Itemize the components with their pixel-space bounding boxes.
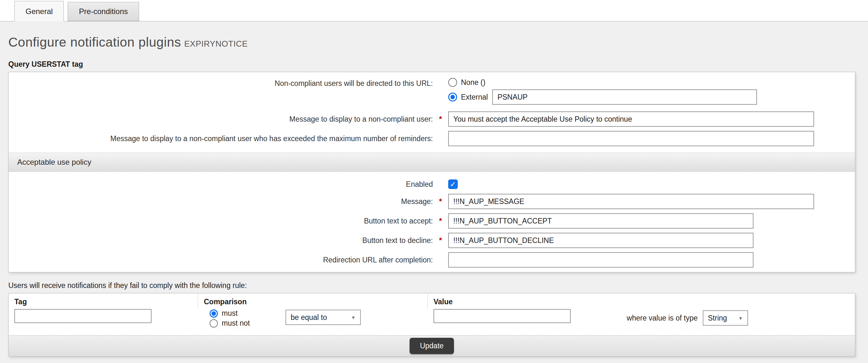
page-title-text: Configure notification plugins (8, 35, 181, 50)
url-redirect-label: Non-compliant users will be directed to … (9, 78, 433, 89)
tab-pre-conditions-label: Pre-conditions (79, 7, 128, 16)
url-none-label: None () (461, 78, 486, 87)
rule-table-header: Tag Comparison Value (9, 294, 855, 309)
aup-enabled-checkbox[interactable]: ✓ (448, 179, 458, 189)
url-redirect-row: Non-compliant users will be directed to … (9, 78, 855, 107)
aup-decline-input[interactable] (448, 233, 753, 248)
aup-decline-label: Button text to decline: (9, 235, 433, 246)
url-external-label: External (461, 93, 488, 102)
aup-redirect-input[interactable] (448, 252, 753, 268)
aup-message-label: Message: (9, 196, 433, 207)
chevron-down-icon: ▼ (351, 315, 356, 320)
value-cell: where value is of type String ▼ (428, 309, 855, 329)
tab-pre-conditions[interactable]: Pre-conditions (68, 2, 139, 21)
tab-bar: General Pre-conditions (0, 0, 868, 21)
comparison-radio-group: must must not (210, 309, 250, 329)
value-type-label: where value is of type (627, 314, 698, 323)
required-asterisk: * (433, 235, 448, 246)
url-none-radio[interactable] (448, 78, 457, 87)
aup-redirect-row: Redirection URL after completion: (9, 252, 855, 268)
rule-table: Tag Comparison Value must must not (8, 293, 855, 357)
aup-accept-row: Button text to accept: * (9, 213, 855, 229)
general-tab-panel: Configure notification pluginsEXPIRYNOTI… (0, 21, 868, 363)
rule-intro-text: Users will receive notifications if they… (8, 281, 855, 290)
must-not-label: must not (222, 319, 250, 328)
tab-general-label: General (26, 7, 53, 16)
value-input[interactable] (434, 309, 571, 323)
required-asterisk: * (433, 114, 448, 124)
required-asterisk: * (433, 216, 448, 226)
aup-section-header: Acceptable use policy (9, 152, 855, 172)
aup-enabled-label: Enabled (9, 179, 433, 190)
aup-enabled-row: Enabled ✓ (9, 179, 855, 190)
aup-redirect-label: Redirection URL after completion: (9, 254, 433, 265)
comparison-operator-select[interactable]: be equal to ▼ (285, 310, 361, 325)
aup-message-input[interactable] (448, 194, 814, 209)
query-userstat-tag-label: Query USERSTAT tag (8, 60, 855, 68)
rule-table-row: must must not be equal to ▼ where value … (9, 309, 855, 335)
url-redirect-field: None () External (448, 78, 855, 107)
query-userstat-form-box: Non-compliant users will be directed to … (8, 72, 855, 272)
value-type-group: where value is of type String ▼ (627, 310, 748, 326)
must-radio[interactable] (210, 309, 218, 318)
value-type-select[interactable]: String ▼ (703, 310, 748, 326)
tab-general[interactable]: General (14, 1, 64, 21)
chevron-down-icon: ▼ (738, 315, 743, 321)
tag-input[interactable] (14, 309, 152, 323)
comparison-cell: must must not be equal to ▼ (198, 309, 428, 329)
must-label: must (222, 309, 238, 318)
reminder-message-row: Message to display to a non-compliant us… (9, 131, 855, 146)
must-not-radio[interactable] (210, 319, 218, 328)
plugin-id-label: EXPIRYNOTICE (184, 39, 248, 49)
required-asterisk: * (433, 196, 448, 207)
url-external-option[interactable]: External (448, 89, 855, 105)
must-option[interactable]: must (210, 309, 250, 318)
comparison-operator-value: be equal to (290, 313, 327, 322)
column-header-comparison: Comparison (198, 294, 428, 309)
noncompliant-message-input[interactable] (448, 111, 814, 127)
tag-cell (9, 309, 198, 329)
must-not-option[interactable]: must not (210, 319, 250, 328)
external-url-input[interactable] (492, 89, 757, 105)
reminder-message-input[interactable] (448, 131, 814, 146)
column-header-tag: Tag (9, 294, 198, 309)
form-footer: Update (9, 335, 855, 356)
aup-message-row: Message: * (9, 194, 855, 209)
aup-accept-input[interactable] (448, 213, 753, 229)
column-header-value: Value (428, 294, 855, 309)
noncompliant-message-row: Message to display to a non-compliant us… (9, 111, 855, 127)
update-button[interactable]: Update (410, 338, 454, 354)
page-title: Configure notification pluginsEXPIRYNOTI… (8, 21, 855, 50)
url-external-radio[interactable] (448, 92, 457, 102)
noncompliant-message-label: Message to display to a non-compliant us… (9, 114, 433, 124)
reminder-message-label: Message to display to a non-compliant us… (9, 133, 433, 144)
url-none-option[interactable]: None () (448, 78, 855, 87)
aup-accept-label: Button text to accept: (9, 216, 433, 226)
aup-decline-row: Button text to decline: * (9, 233, 855, 248)
value-type-value: String (708, 314, 727, 323)
